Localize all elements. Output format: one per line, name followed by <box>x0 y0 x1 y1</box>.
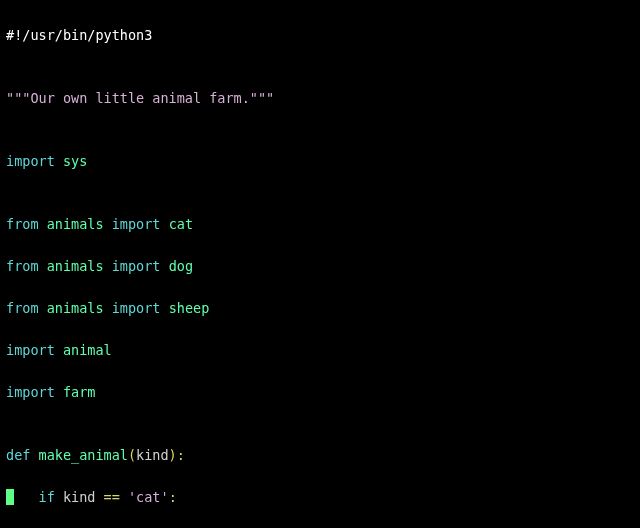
code-line-docstring: """Our own little animal farm.""" <box>6 88 634 109</box>
docstring-text: """Our own little animal farm.""" <box>6 90 274 106</box>
blank-line <box>6 195 14 211</box>
code-line-import-cat: from animals import cat <box>6 214 634 235</box>
shebang-text: #!/usr/bin/python3 <box>6 27 152 43</box>
cursor <box>6 489 14 505</box>
code-line-import-sys: import sys <box>6 151 634 172</box>
code-line-import-animal: import animal <box>6 340 634 361</box>
blank-line <box>6 426 14 442</box>
code-line-import-sheep: from animals import sheep <box>6 298 634 319</box>
code-line-import-farm: import farm <box>6 382 634 403</box>
code-line-shebang: #!/usr/bin/python3 <box>6 25 634 46</box>
code-line-if-cat: if kind == 'cat': <box>6 487 634 508</box>
code-line-import-dog: from animals import dog <box>6 256 634 277</box>
code-line-def-make-animal: def make_animal(kind): <box>6 445 634 466</box>
blank-line <box>6 69 14 85</box>
editor-viewport[interactable]: #!/usr/bin/python3 """Our own little ani… <box>6 4 634 524</box>
blank-line <box>6 132 14 148</box>
